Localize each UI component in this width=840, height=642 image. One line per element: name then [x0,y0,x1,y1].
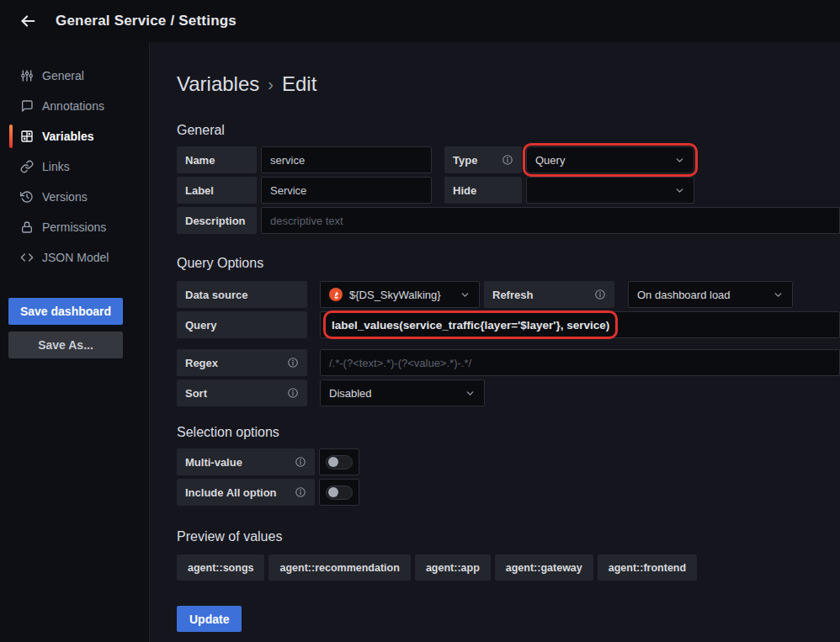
sliders-icon [20,69,34,82]
top-header: General Service / Settings [0,0,840,42]
info-icon [295,486,306,498]
multi-value-label: Multi-value [177,448,315,475]
info-icon [287,387,299,399]
type-select[interactable]: Query [526,146,694,173]
sidebar-item-versions[interactable]: Versions [0,182,149,212]
code-brackets-icon [20,251,34,264]
name-label: Name [177,146,257,173]
toggle-track [326,455,353,470]
breadcrumb-separator: › [268,75,274,94]
update-button[interactable]: Update [177,606,242,632]
include-all-row: Include All option [177,479,840,506]
preview-values: agent::songs agent::recommendation agent… [177,554,840,581]
sort-label: Sort [177,379,307,406]
arrow-left-icon [19,12,37,30]
data-source-refresh-row: Data source ${DS_SkyWalking} Refresh On [177,281,840,308]
info-icon [502,154,513,166]
refresh-label: Refresh [484,281,614,308]
chevron-down-icon [465,388,476,399]
general-section-heading: General [177,123,840,138]
query-value-highlighted: label_values(service_traffic{layer='$lay… [327,315,614,335]
data-source-label: Data source [177,281,307,308]
info-icon [594,289,606,300]
toggle-track [326,485,353,500]
settings-sidebar: General Annotations Variables Links Vers… [0,42,150,642]
label-input[interactable] [261,177,432,204]
name-input[interactable] [261,146,432,173]
chevron-down-icon [674,155,685,166]
regex-label: Regex [177,349,307,376]
sidebar-item-label: Versions [42,190,88,204]
grid-icon [20,130,34,143]
data-source-select[interactable]: ${DS_SkyWalking} [320,281,480,308]
lock-icon [20,220,34,234]
sidebar-item-annotations[interactable]: Annotations [0,91,149,121]
preview-heading: Preview of values [177,529,840,544]
query-row: Query label_values(service_traffic{layer… [177,311,840,338]
hide-select[interactable] [526,177,694,204]
sidebar-item-label: Links [42,160,70,173]
sidebar-item-label: General [42,69,84,82]
variables-edit-panel: Variables › Edit General Name Type Query [150,42,840,642]
refresh-select[interactable]: On dashboard load [628,281,793,308]
breadcrumb-section[interactable]: Variables [177,72,259,96]
description-input[interactable] [261,207,840,234]
back-button[interactable] [13,7,42,35]
chevron-down-icon [674,185,685,196]
sidebar-item-json-model[interactable]: JSON Model [0,242,149,273]
include-all-toggle[interactable] [319,479,359,506]
sidebar-item-variables[interactable]: Variables [0,121,149,151]
chevron-down-icon [460,289,471,300]
name-type-row: Name Type Query [177,146,840,173]
query-options-heading: Query Options [177,256,840,271]
sort-select[interactable]: Disabled [320,379,485,406]
info-icon [287,357,299,369]
preview-chip: agent::frontend [598,554,697,581]
link-icon [20,160,34,173]
toggle-knob [328,487,338,497]
hide-label: Hide [444,177,522,204]
save-as-button[interactable]: Save As... [8,332,123,358]
breadcrumb: Variables › Edit [177,72,840,96]
page-title: General Service / Settings [56,13,237,29]
breadcrumb-page: Edit [282,72,316,96]
sidebar-item-label: Variables [42,130,94,143]
regex-input[interactable] [320,349,840,376]
include-all-label: Include All option [177,479,315,506]
preview-chip: agent::songs [177,554,264,581]
sidebar-item-label: JSON Model [42,251,109,264]
sidebar-item-label: Annotations [42,99,104,113]
query-label: Query [177,311,307,338]
preview-chip: agent::gateway [495,554,593,581]
regex-row: Regex [177,349,840,376]
preview-chip: agent::app [415,554,491,581]
sidebar-item-label: Permissions [42,220,106,234]
save-dashboard-button[interactable]: Save dashboard [8,298,123,325]
sidebar-item-general[interactable]: General [0,61,149,91]
sidebar-item-links[interactable]: Links [0,151,149,182]
sort-row: Sort Disabled [177,379,840,406]
label-hide-row: Label Hide [177,177,840,204]
multi-value-toggle[interactable] [319,448,359,475]
query-input[interactable]: label_values(service_traffic{layer='$lay… [320,311,840,338]
type-label: Type [444,146,522,173]
chevron-down-icon [773,289,784,300]
prometheus-icon [329,288,343,301]
preview-chip: agent::recommendation [268,554,410,581]
sidebar-item-permissions[interactable]: Permissions [0,212,149,242]
history-icon [20,190,34,204]
toggle-knob [328,457,338,467]
selection-options-heading: Selection options [177,425,840,440]
description-row: Description [177,207,840,234]
description-label: Description [177,207,257,234]
info-icon [295,456,306,468]
comment-icon [20,99,34,113]
label-label: Label [177,177,257,204]
multi-value-row: Multi-value [177,448,840,475]
